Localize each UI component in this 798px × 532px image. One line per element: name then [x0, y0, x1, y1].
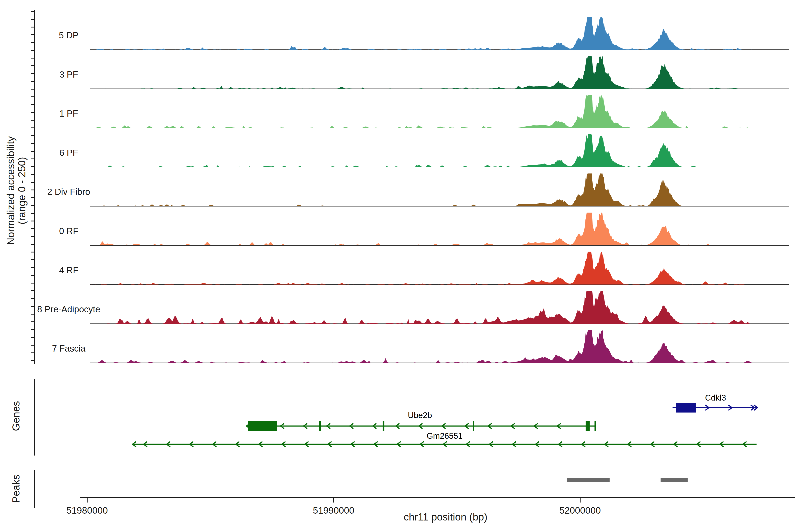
gene-name-label: Cdkl3 — [705, 393, 726, 402]
genes-section-label: Genes — [10, 401, 22, 431]
gene-exon — [586, 421, 590, 431]
track-label: 6 PF — [59, 148, 78, 158]
coverage-track-1-pf — [91, 95, 757, 128]
track-label: 4 RF — [59, 265, 78, 275]
track-label: 2 Div Fibro — [47, 187, 90, 197]
gene-model-ube2b: Ube2b — [247, 411, 596, 431]
coverage-plot-figure: Normalized accessibility(range 0 - 250)G… — [0, 0, 798, 532]
y-axis-label-line2: (range 0 - 250) — [16, 157, 27, 224]
track-label: 3 PF — [59, 70, 78, 79]
gene-exon — [248, 421, 277, 431]
coverage-track-4-rf — [91, 252, 757, 285]
gene-exon — [594, 421, 596, 431]
coverage-track-8-pre-adipocyte — [91, 291, 757, 324]
y-axis-label-line1: Normalized accessibility — [5, 136, 16, 245]
coverage-track-6-pf — [91, 134, 757, 167]
x-axis-tick-label: 51980000 — [66, 505, 108, 516]
peak-bar — [567, 478, 610, 482]
x-axis-tick-label: 52000000 — [559, 505, 601, 516]
track-label: 0 RF — [59, 226, 78, 236]
coverage-track-2-div-fibro — [91, 173, 757, 206]
peak-bar — [661, 478, 688, 482]
plot-svg: Normalized accessibility(range 0 - 250)G… — [0, 0, 798, 532]
x-axis-tick-label: 51990000 — [313, 505, 355, 516]
gene-model-gm26551: Gm26551 — [133, 431, 757, 447]
coverage-track-3-pf — [91, 56, 757, 89]
x-axis-title: chr11 position (bp) — [404, 511, 488, 523]
gene-exon — [319, 421, 321, 431]
gene-name-label: Gm26551 — [427, 431, 463, 440]
gene-model-cdkl3: Cdkl3 — [672, 393, 757, 413]
track-label: 7 Fascia — [52, 344, 86, 353]
track-label: 5 DP — [59, 31, 79, 40]
gene-exon — [473, 421, 474, 431]
track-label: 8 Pre-Adipocyte — [37, 304, 100, 314]
peaks-section-label: Peaks — [10, 475, 22, 503]
track-label: 1 PF — [59, 109, 78, 118]
gene-name-label: Ube2b — [408, 411, 432, 420]
gene-exon — [676, 403, 696, 413]
coverage-track-5-dp — [91, 17, 757, 50]
coverage-track-0-rf — [91, 213, 757, 245]
gene-exon — [383, 421, 384, 431]
coverage-track-7-fascia — [91, 330, 757, 363]
